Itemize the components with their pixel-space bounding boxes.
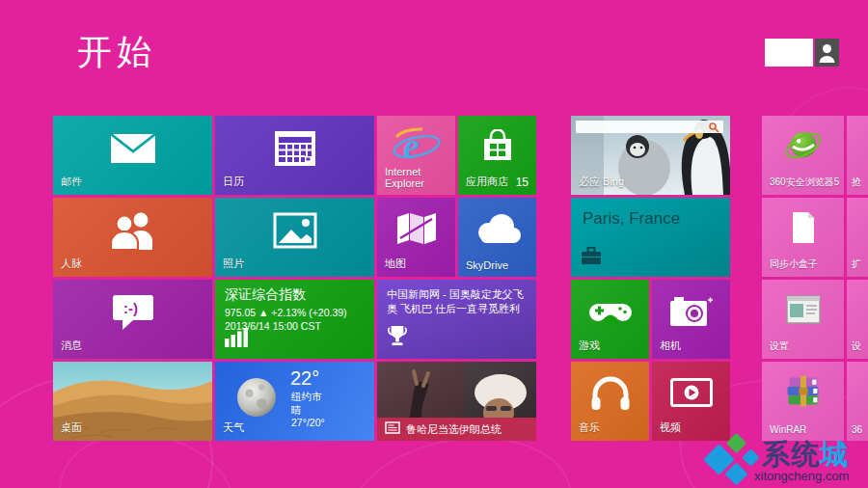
- tile-label: Explorer: [385, 177, 424, 189]
- tile-label: 音乐: [579, 420, 600, 435]
- trophy-icon: [387, 324, 408, 351]
- tile-internet-explorer[interactable]: e Internet Explorer: [377, 116, 455, 195]
- sports-headline: 中国新闻网 - 国奥敲定龙父飞奥 飞机巴 仕后一直寻觅胜利: [387, 287, 529, 316]
- calendar-icon: [275, 131, 315, 170]
- tile-partial-3[interactable]: 设: [847, 280, 868, 359]
- tile-weather[interactable]: 22° 纽约市 晴 27°/20° 天气: [215, 362, 374, 441]
- tile-label: 设: [852, 339, 861, 353]
- people-icon: [107, 211, 159, 254]
- tile-label: 地图: [385, 257, 406, 271]
- tile-games[interactable]: 游戏: [571, 280, 649, 359]
- bar-chart-icon: [225, 328, 248, 351]
- headphones-icon: [590, 374, 631, 415]
- chat-bubble-icon: :-): [111, 293, 155, 336]
- tile-skydrive[interactable]: SkyDrive: [458, 198, 536, 277]
- weather-city: 纽约市: [291, 391, 325, 404]
- tile-finance[interactable]: 深证综合指数 975.05 ▲ +2.13% (+20.39) 2013/6/1…: [215, 280, 374, 359]
- tile-photos[interactable]: 照片: [215, 198, 374, 277]
- newspaper-icon: [385, 420, 400, 438]
- tile-label: 人脉: [61, 257, 82, 271]
- stock-change: ▲ +2.13% (+20.39): [258, 307, 347, 318]
- tile-label: 消息: [61, 339, 82, 353]
- xitongcheng-logo: [706, 436, 760, 488]
- tile-mail[interactable]: 邮件: [53, 116, 212, 195]
- tile-label: Internet: [385, 166, 420, 177]
- tile-partial-4[interactable]: 36: [847, 362, 868, 441]
- weather-condition: 晴: [291, 404, 325, 418]
- tile-sync-box[interactable]: 同步小盒子: [762, 198, 844, 277]
- current-temperature: 22°: [290, 367, 319, 390]
- internet-explorer-icon: e: [391, 125, 443, 170]
- tile-label: SkyDrive: [466, 259, 508, 271]
- cloud-icon: [474, 213, 522, 248]
- tile-settings-app[interactable]: 设置: [762, 280, 844, 359]
- emoticon-text: :-): [123, 300, 138, 316]
- tile-maps[interactable]: 地图: [377, 198, 455, 277]
- tile-label: 视频: [660, 420, 681, 435]
- winrar-books-icon: [786, 375, 821, 411]
- tile-label: 抢: [852, 176, 861, 189]
- tile-label: 桌面: [61, 420, 82, 435]
- photo-frame-icon: [273, 212, 317, 253]
- tile-desktop[interactable]: 桌面: [53, 362, 212, 441]
- tile-label: 天气: [223, 420, 244, 435]
- tile-messaging[interactable]: :-) 消息: [53, 280, 212, 359]
- tile-store[interactable]: 应用商店 15: [458, 116, 536, 195]
- stock-value: 975.05: [225, 307, 256, 318]
- tile-label: 设置: [770, 339, 789, 353]
- tile-news[interactable]: 鲁哈尼当选伊朗总统: [377, 362, 536, 441]
- tile-bing[interactable]: 必应 Bing: [571, 116, 730, 195]
- envelope-icon: [111, 133, 155, 168]
- system-window-icon: [786, 295, 821, 328]
- tile-winrar[interactable]: WinRAR: [762, 362, 844, 441]
- tile-partial-2[interactable]: 扩: [847, 198, 868, 277]
- document-icon: [791, 212, 816, 247]
- 360-browser-icon: [783, 125, 824, 170]
- suitcase-icon: [581, 247, 602, 269]
- folded-map-icon: [395, 212, 438, 249]
- user-name-box[interactable]: [765, 39, 813, 67]
- store-update-badge: 15: [516, 176, 529, 189]
- tile-label: 相机: [660, 339, 681, 353]
- tile-label: 扩: [852, 258, 861, 271]
- tile-camera[interactable]: 相机: [652, 280, 730, 359]
- video-player-icon: [670, 378, 713, 411]
- camera-icon: [670, 295, 713, 330]
- user-avatar[interactable]: [815, 39, 839, 67]
- start-screen-title: 开始: [77, 29, 156, 76]
- news-headline: 鲁哈尼当选伊朗总统: [406, 422, 502, 437]
- tile-label: 同步小盒子: [770, 258, 818, 271]
- watermark-site-url: xitongcheng.com: [754, 469, 849, 483]
- tile-label: 邮件: [61, 175, 82, 189]
- stock-index-name: 深证综合指数: [225, 286, 366, 304]
- game-controller-icon: [588, 296, 633, 329]
- tile-music[interactable]: 音乐: [571, 362, 649, 441]
- tile-360-browser[interactable]: 360安全浏览器5: [762, 116, 844, 195]
- tile-label: 日历: [223, 175, 244, 189]
- tile-label: 游戏: [579, 339, 600, 353]
- watermark: 系统城 xitongcheng.com: [706, 434, 866, 488]
- tile-label: 360安全浏览器5: [770, 176, 839, 189]
- moon-icon: [236, 377, 277, 421]
- tile-partial-1[interactable]: 抢: [847, 116, 868, 195]
- tile-video[interactable]: 视频: [652, 362, 730, 441]
- tile-label: 必应 Bing: [579, 175, 624, 189]
- tile-label: 应用商店: [466, 175, 508, 189]
- tile-people[interactable]: 人脉: [53, 198, 212, 277]
- tile-sports[interactable]: 中国新闻网 - 国奥敲定龙父飞奥 飞机巴 仕后一直寻觅胜利: [377, 280, 536, 359]
- tile-label: 照片: [223, 257, 244, 271]
- weather-high-low: 27°/20°: [291, 417, 325, 430]
- news-headline-bar: 鲁哈尼当选伊朗总统: [377, 418, 536, 441]
- tile-calendar[interactable]: 日历: [215, 116, 374, 195]
- person-icon: [819, 43, 835, 67]
- tile-travel[interactable]: Paris, France: [571, 198, 730, 277]
- shopping-bag-icon: [480, 129, 515, 166]
- travel-destination: Paris, France: [583, 209, 680, 229]
